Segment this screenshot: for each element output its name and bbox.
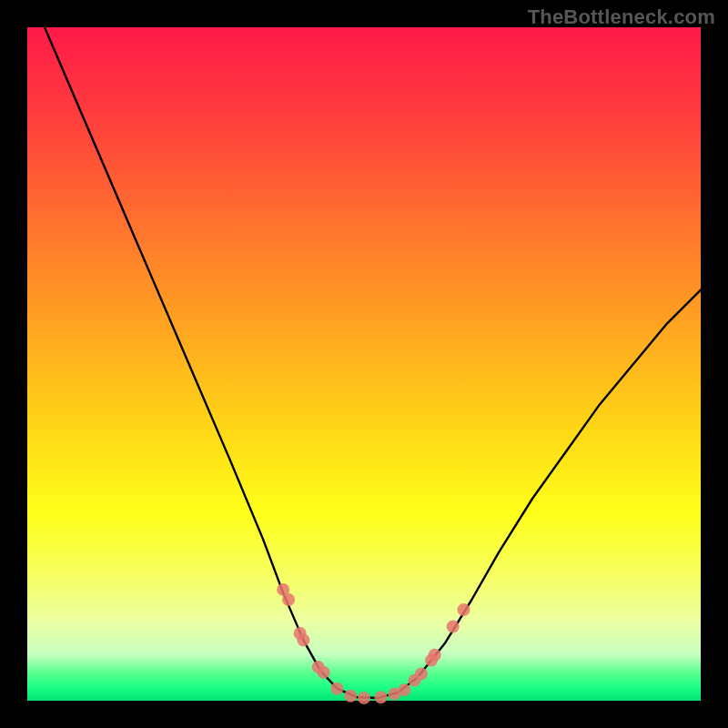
data-marker xyxy=(297,633,309,646)
data-marker xyxy=(318,666,330,679)
data-marker xyxy=(282,593,295,606)
chart-frame: TheBottleneck.com xyxy=(0,0,728,728)
chart-svg xyxy=(27,27,701,701)
plot-area xyxy=(27,27,701,701)
curve-layer xyxy=(27,0,701,698)
data-marker xyxy=(344,690,357,703)
watermark-text: TheBottleneck.com xyxy=(528,5,715,29)
marker-layer xyxy=(277,583,470,704)
data-marker xyxy=(398,683,410,696)
data-marker xyxy=(415,667,428,680)
data-marker xyxy=(429,649,441,662)
data-marker xyxy=(375,691,388,703)
bottleneck-curve xyxy=(27,0,701,698)
data-marker xyxy=(330,682,343,695)
data-marker xyxy=(358,692,370,704)
data-marker xyxy=(447,621,460,633)
data-marker xyxy=(458,603,470,616)
